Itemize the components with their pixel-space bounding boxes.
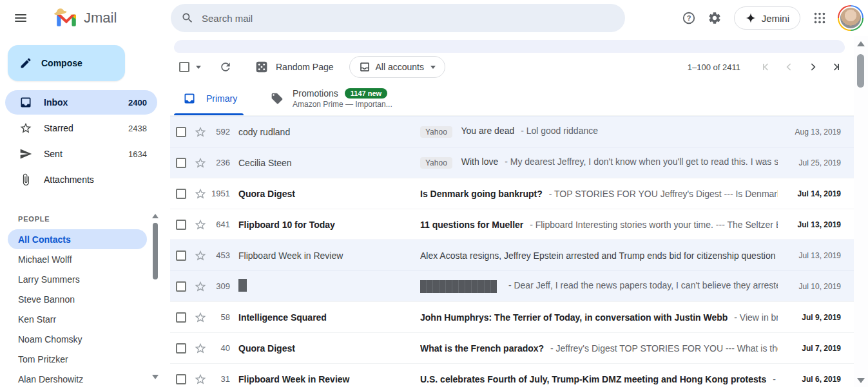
- scroll-down-arrow[interactable]: [857, 378, 865, 383]
- email-checkbox[interactable]: [176, 250, 186, 261]
- scroll-up-arrow[interactable]: [857, 41, 865, 46]
- jemini-button[interactable]: Jemini: [734, 6, 800, 30]
- last-page-button[interactable]: [827, 58, 845, 76]
- avatar[interactable]: [838, 5, 863, 31]
- email-date: Aug 13, 2019: [786, 127, 841, 137]
- star-icon[interactable]: [194, 187, 207, 200]
- jmail-logo-icon: [54, 8, 79, 28]
- star-icon[interactable]: [194, 373, 207, 386]
- people-item-label: Alan Dershowitz: [18, 374, 83, 384]
- sidebar-scroll-down-arrow[interactable]: [152, 375, 159, 379]
- email-checkbox[interactable]: [176, 281, 186, 292]
- hamburger-menu-button[interactable]: [5, 3, 36, 33]
- star-icon[interactable]: [194, 218, 207, 231]
- star-icon[interactable]: [194, 311, 207, 324]
- app-logo[interactable]: Jmail: [54, 8, 165, 28]
- star-icon[interactable]: [194, 126, 207, 138]
- people-section-header: PEOPLE: [18, 215, 165, 223]
- people-list-item[interactable]: Noam Chomsky: [8, 329, 147, 349]
- people-list-item[interactable]: Steve Bannon: [8, 289, 147, 309]
- email-date: Jul 14, 2019: [786, 189, 841, 198]
- svg-text:?: ?: [686, 14, 691, 22]
- people-list-item[interactable]: Larry Summers: [8, 269, 147, 289]
- email-row[interactable]: 453 Flipboard Week in Review Alex Acosta…: [170, 240, 854, 270]
- email-checkbox[interactable]: [176, 189, 186, 199]
- email-checkbox[interactable]: [176, 158, 186, 168]
- email-checkbox[interactable]: [176, 374, 186, 384]
- email-row[interactable]: 309 - Dear Jeff, I read the news papers …: [170, 270, 854, 301]
- tab-primary[interactable]: Primary: [170, 81, 247, 115]
- sidebar-scrollbar-thumb[interactable]: [153, 223, 158, 279]
- star-icon[interactable]: [194, 249, 207, 262]
- select-all-checkbox[interactable]: [179, 62, 189, 72]
- email-subject-area: Alex Acosta resigns, Jeffrey Epstein arr…: [420, 250, 778, 261]
- sidebar-item-starred[interactable]: Starred 2438: [5, 116, 157, 140]
- email-date: Jul 13, 2019: [786, 220, 841, 229]
- email-subject-area: Yahoo With love - My dearest Jeffrey, I …: [420, 156, 778, 168]
- email-checkbox[interactable]: [176, 343, 186, 354]
- email-row[interactable]: 236 Cecilia Steen Yahoo With love - My d…: [170, 147, 854, 178]
- app-header: Jmail ? Je: [0, 0, 868, 36]
- next-page-button[interactable]: [804, 58, 822, 76]
- email-checkbox[interactable]: [176, 220, 186, 230]
- sidebar-scroll-up-arrow[interactable]: [152, 214, 159, 218]
- email-row[interactable]: 40 Quora Digest What is the French parad…: [170, 332, 854, 363]
- paperclip-icon: [19, 173, 32, 186]
- page-scrollbar[interactable]: [854, 36, 868, 387]
- email-sender: Flipboard Week in Review: [238, 374, 420, 384]
- send-icon: [19, 147, 32, 160]
- accounts-inbox-icon: [359, 61, 371, 73]
- settings-button[interactable]: [702, 5, 728, 31]
- first-page-button[interactable]: [757, 58, 775, 76]
- email-subject: Alex Acosta resigns, Jeffrey Epstein arr…: [420, 250, 775, 261]
- email-sender: cody rudland: [238, 127, 420, 137]
- people-list-item[interactable]: All Contacts: [8, 229, 147, 249]
- people-item-label: All Contacts: [18, 234, 71, 245]
- star-icon[interactable]: [194, 156, 207, 169]
- search-input[interactable]: [202, 13, 615, 24]
- prev-page-button[interactable]: [780, 58, 798, 76]
- select-dropdown-caret[interactable]: [196, 66, 201, 69]
- people-list-item[interactable]: Tom Pritzker: [8, 349, 147, 369]
- sidebar-item-inbox[interactable]: Inbox 2400: [5, 90, 157, 115]
- tab-promotions[interactable]: Promotions 1147 new Amazon Prime — Impor…: [271, 81, 392, 115]
- help-icon: ?: [682, 11, 696, 25]
- apps-grid-button[interactable]: [807, 5, 833, 31]
- main-content: Random Page All accounts 1–100 of 2411: [170, 36, 854, 387]
- random-page-label[interactable]: Random Page: [276, 62, 334, 72]
- sidebar-item-label: Starred: [44, 123, 73, 133]
- email-row[interactable]: 1951 Quora Digest Is Denmark going bankr…: [170, 178, 854, 209]
- email-row[interactable]: 31 Flipboard Week in Review U.S. celebra…: [170, 363, 854, 387]
- tag-icon: [271, 92, 284, 105]
- email-count: 40: [208, 343, 230, 353]
- pagination-controls: 1–100 of 2411: [688, 58, 845, 76]
- sidebar-item-attachments[interactable]: Attachments: [5, 167, 157, 192]
- all-accounts-dropdown[interactable]: All accounts: [349, 56, 445, 78]
- people-item-label: Tom Pritzker: [18, 354, 68, 364]
- email-row[interactable]: 58 Intelligence Squared John Humphrys: T…: [170, 301, 854, 332]
- email-subject-area: Is Denmark going bankrupt? - TOP STORIES…: [420, 189, 778, 199]
- help-button[interactable]: ?: [676, 5, 702, 31]
- refresh-button[interactable]: [215, 57, 236, 77]
- compose-button[interactable]: Compose: [8, 45, 125, 81]
- email-count: 641: [208, 220, 230, 229]
- promotions-new-badge: 1147 new: [345, 88, 387, 99]
- people-list-item[interactable]: Ken Starr: [8, 309, 147, 329]
- email-checkbox[interactable]: [176, 312, 186, 323]
- random-page-button[interactable]: [251, 57, 272, 77]
- sidebar-item-sent[interactable]: Sent 1634: [5, 142, 157, 166]
- primary-tab-label: Primary: [206, 93, 237, 104]
- star-icon[interactable]: [194, 280, 207, 293]
- promotions-subtitle: Amazon Prime — Importan...: [293, 100, 392, 109]
- email-row[interactable]: 641 Flipboard 10 for Today 11 questions …: [170, 209, 854, 240]
- search-bar[interactable]: [171, 4, 625, 32]
- sidebar-item-count: 2438: [128, 124, 147, 133]
- inbox-tabs: Primary Promotions 1147 new Amazon Prime…: [170, 81, 854, 116]
- email-checkbox[interactable]: [176, 127, 186, 137]
- people-list-item[interactable]: Michael Wolff: [8, 249, 147, 269]
- star-icon[interactable]: [194, 342, 207, 355]
- email-count: 309: [208, 281, 230, 291]
- scrollbar-thumb[interactable]: [857, 54, 864, 88]
- people-list-item[interactable]: Alan Dershowitz: [8, 369, 147, 387]
- email-row[interactable]: 592 cody rudland Yahoo You are dead - Lo…: [170, 116, 854, 147]
